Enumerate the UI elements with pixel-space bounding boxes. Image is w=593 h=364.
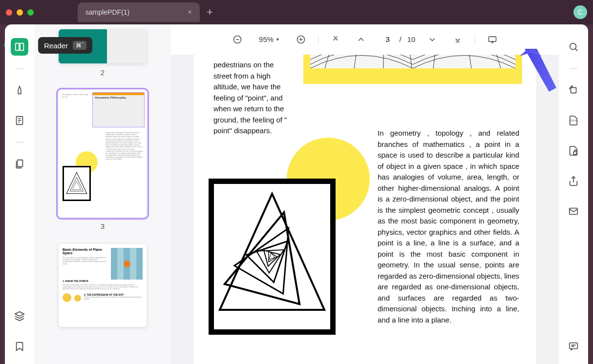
main-area: 95% ▾ / 10 — [171, 24, 559, 364]
minimize-window-button[interactable] — [17, 9, 23, 16]
svg-marker-11 — [70, 178, 83, 191]
left-toolbar — [5, 24, 34, 364]
page-thumbnail-4: Basic Elements of Plane Space The art co… — [59, 244, 147, 327]
rotate-button[interactable] — [565, 81, 582, 99]
zoom-in-button[interactable] — [293, 31, 309, 48]
user-avatar[interactable]: C — [573, 5, 587, 19]
app-window: 2 The specific state of the image can be… — [5, 24, 588, 364]
svg-text:PDF/A: PDF/A — [570, 120, 577, 122]
presentation-mode-button[interactable] — [484, 31, 501, 48]
page-number-label: 2 — [59, 68, 147, 77]
tooltip-shortcut: ⌘` — [73, 41, 86, 50]
right-toolbar: PDF/A — [559, 24, 588, 364]
highlighter-tool-button[interactable] — [11, 81, 28, 99]
bookmark-button[interactable] — [11, 338, 28, 355]
document-tab[interactable]: samplePDF(1) × — [78, 2, 200, 22]
current-page-input[interactable] — [378, 35, 398, 43]
architectural-image — [310, 55, 515, 68]
svg-rect-8 — [17, 160, 22, 167]
chevron-down-icon: ▾ — [276, 37, 279, 42]
svg-marker-9 — [15, 312, 24, 316]
svg-point-37 — [570, 43, 576, 50]
page-number-label: 3 — [59, 222, 147, 230]
thumbnail-sidebar: 2 The specific state of the image can be… — [34, 24, 171, 364]
pdf-page: pedestrians on the street from a high al… — [194, 55, 536, 364]
new-tab-button[interactable]: + — [207, 6, 213, 19]
separator — [570, 68, 577, 69]
tooltip-label: Reader — [44, 41, 68, 50]
separator — [16, 142, 23, 142]
page-viewer[interactable]: pedestrians on the street from a high al… — [171, 55, 559, 364]
share-button[interactable] — [565, 172, 582, 190]
zoom-level-select[interactable]: 95% ▾ — [254, 35, 284, 43]
comments-button[interactable] — [565, 338, 582, 355]
svg-rect-21 — [310, 55, 515, 68]
svg-marker-12 — [73, 181, 81, 190]
viewer-toolbar: 95% ▾ / 10 — [171, 24, 559, 55]
window-controls — [6, 9, 34, 16]
previous-page-button[interactable] — [353, 31, 369, 48]
svg-marker-10 — [66, 172, 87, 194]
reader-mode-button[interactable] — [11, 38, 28, 56]
titlebar: samplePDF(1) × + C — [0, 0, 593, 24]
zoom-value: 95% — [259, 35, 274, 43]
last-page-button[interactable] — [449, 31, 466, 48]
protect-button[interactable] — [565, 142, 582, 160]
svg-marker-29 — [220, 194, 324, 310]
close-tab-button[interactable]: × — [188, 8, 192, 17]
svg-rect-0 — [16, 43, 19, 51]
svg-rect-44 — [570, 343, 578, 349]
pages-tool-button[interactable] — [11, 155, 28, 173]
tab-title: samplePDF(1) — [85, 8, 129, 16]
close-window-button[interactable] — [6, 9, 12, 16]
pdfa-button[interactable]: PDF/A — [565, 112, 582, 129]
page-thumbnail-3: The specific state of the image can be. … — [59, 90, 147, 217]
separator — [16, 68, 23, 69]
total-pages: 10 — [407, 35, 416, 43]
email-button[interactable] — [565, 202, 582, 220]
thumbnail-item[interactable]: The specific state of the image can be. … — [59, 90, 147, 240]
divider — [475, 34, 475, 45]
maximize-window-button[interactable] — [27, 9, 34, 16]
page-separator: / — [400, 35, 402, 43]
notes-tool-button[interactable] — [11, 112, 28, 129]
next-page-button[interactable] — [424, 31, 441, 48]
divider — [318, 34, 318, 45]
zoom-out-button[interactable] — [229, 31, 246, 48]
svg-line-38 — [575, 49, 578, 51]
body-text-right: In geometry , topology , and related bra… — [378, 128, 519, 325]
layers-button[interactable] — [11, 307, 28, 325]
search-button[interactable] — [565, 38, 582, 56]
body-text-left: pedestrians on the street from a high al… — [213, 60, 294, 137]
svg-rect-1 — [20, 43, 23, 51]
svg-rect-39 — [571, 88, 576, 93]
svg-rect-41 — [573, 152, 576, 155]
reader-tooltip: Reader ⌘` — [38, 37, 92, 54]
thumbnail-item[interactable]: Basic Elements of Plane Space The art co… — [59, 244, 147, 327]
first-page-button[interactable] — [327, 31, 344, 48]
geometric-figure — [209, 179, 336, 335]
page-indicator: / 10 — [378, 35, 416, 43]
